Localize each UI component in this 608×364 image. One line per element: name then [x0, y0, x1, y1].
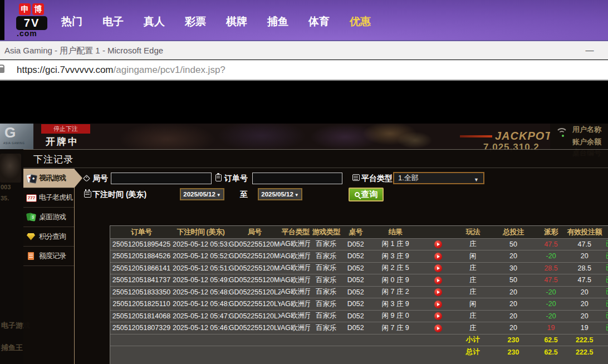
game-cell: 百家乐 [310, 310, 342, 322]
nav-item-live[interactable]: 真人 [144, 14, 165, 29]
platform-cell: AG欧洲厅 [281, 286, 310, 298]
nav-item-hot[interactable]: 热门 [61, 14, 82, 29]
platform-cell: AG欧洲厅 [281, 238, 310, 250]
nav-item-fishing[interactable]: 捕鱼 [267, 14, 288, 29]
game-cell: 百家乐 [310, 298, 342, 311]
status-cell: 已派彩 [602, 262, 608, 274]
tag-icon [83, 175, 90, 182]
subtotal-valid: 222.5 [566, 334, 602, 346]
replay-play-icon[interactable] [434, 288, 442, 296]
replay-play-icon[interactable] [434, 301, 442, 308]
site-logo[interactable]: 申 博 7V .com [16, 3, 55, 37]
sidebar-item-quota-record[interactable]: 额度记录 [23, 247, 74, 266]
sidebar-item-table-games[interactable]: 桌面游戏 [23, 208, 74, 227]
subtotal-label: 小计 [455, 334, 491, 346]
date-to-select[interactable]: 2025/05/12▼ [258, 188, 302, 200]
replay-play-icon[interactable] [434, 277, 442, 284]
valid-cell: 20 [566, 310, 602, 322]
table-no-cell: D052 [342, 274, 369, 287]
url-text[interactable]: https://gci.7vvvvvv.com/agingame/pcv1/in… [17, 65, 225, 76]
payout-cell: 28.5 [536, 262, 566, 274]
round-number-input[interactable] [111, 173, 212, 184]
payout-cell: -20 [536, 286, 566, 298]
col-valid: 有效投注额 [566, 226, 602, 238]
round-cell: GD052255120LW [229, 322, 281, 335]
payout-cell: -20 [536, 310, 566, 322]
result-cell: 闲 9 庄 0 [370, 310, 421, 322]
status-cell: 已派彩 [602, 250, 608, 263]
order-cell: 250512051825110 [110, 298, 173, 311]
table-row: 2505120518251102025-05-12 05:48:05GD0522… [110, 298, 608, 311]
order-cell: 250512051814068 [110, 310, 173, 322]
background-left-strip: 003 35. 电子游戏 捕鱼王 [0, 149, 23, 364]
replay-play-icon[interactable] [434, 240, 442, 248]
table-no-cell: D052 [342, 286, 369, 298]
nav-item-promo[interactable]: 优惠 [350, 14, 371, 29]
result-cell: 闲 2 庄 5 [370, 262, 421, 274]
video-games-icon [26, 174, 36, 183]
jackpot-line-left [460, 135, 492, 137]
nav-item-lottery[interactable]: 彩票 [185, 14, 206, 29]
table-row: 2505120518073292025-05-12 05:46:37GD0522… [110, 322, 608, 335]
result-cell: 闲 3 庄 9 [370, 250, 421, 263]
replay-play-icon[interactable] [434, 312, 442, 320]
replay-play-icon[interactable] [434, 253, 442, 260]
clipboard-icon [215, 174, 222, 181]
sidebar-item-slot-machine[interactable]: 电子老虎机 [23, 188, 74, 208]
modal-sidebar: 视讯游戏 电子老虎机 桌面游戏 积分查询 额度记录 [23, 169, 75, 364]
slot-machine-icon [26, 193, 36, 203]
chevron-down-icon: ▼ [295, 193, 299, 198]
points-query-icon [26, 232, 36, 242]
game-cell: 百家乐 [310, 262, 342, 274]
table-games-icon [26, 213, 36, 222]
background-fragment: 003 [1, 184, 11, 190]
platform-cell: AG欧洲厅 [281, 250, 310, 263]
sidebar-item-points-query[interactable]: 积分查询 [23, 227, 74, 247]
lock-icon[interactable] [0, 67, 4, 73]
replay-cell [421, 250, 455, 263]
round-filter-label: 局号 [92, 174, 108, 184]
game-cell: 百家乐 [310, 322, 342, 335]
status-cell: 已派彩 [602, 238, 608, 250]
replay-cell [421, 286, 455, 298]
nav-item-sports[interactable]: 体育 [308, 14, 330, 29]
platform-type-select[interactable]: 1.全部 ▼ [393, 172, 484, 184]
total-label: 总计 [455, 346, 491, 358]
time-cell: 2025-05-12 05:53:52 [173, 238, 229, 250]
game-cell: 百家乐 [310, 250, 342, 263]
side-cell: 庄 [455, 274, 491, 287]
screen: 申 博 7V .com 热门 电子 真人 彩票 棋牌 捕鱼 体育 优惠 Asia… [0, 0, 608, 364]
replay-cell [421, 310, 455, 322]
nav-item-chess[interactable]: 棋牌 [226, 14, 247, 29]
order-cell: 250512051895425 [110, 238, 173, 250]
date-range-to-label: 至 [240, 190, 248, 200]
col-status: 状态 [602, 226, 608, 238]
valid-cell: 19 [566, 322, 602, 335]
asia-gaming-logo: G ASIA GAMING [0, 124, 33, 149]
result-cell: 闲 1 庄 9 [370, 238, 421, 250]
replay-play-icon[interactable] [434, 324, 442, 332]
platform-filter-label: 平台类型 [361, 174, 393, 184]
valid-cell: 47.5 [566, 238, 602, 250]
date-from-select[interactable]: 2025/05/12▼ [180, 188, 224, 200]
side-cell: 庄 [455, 310, 491, 322]
round-cell: GD052255120LZ [229, 286, 281, 298]
order-filter-label: 订单号 [224, 174, 248, 184]
search-button[interactable]: 查询 [349, 188, 384, 201]
chevron-down-icon: ▼ [474, 175, 479, 185]
background-fragment: 35. [1, 195, 9, 201]
sidebar-item-video-games[interactable]: 视讯游戏 [23, 169, 74, 188]
minimize-button[interactable]: — [582, 42, 597, 58]
replay-play-icon[interactable] [434, 264, 442, 272]
col-payout: 派彩 [536, 226, 566, 238]
total-valid: 222.5 [566, 346, 602, 358]
col-side: 玩法 [455, 226, 491, 238]
platform-cell: AG欧洲厅 [281, 274, 310, 287]
table-no-cell: D052 [342, 250, 369, 263]
nav-item-slots[interactable]: 电子 [102, 14, 124, 29]
order-number-input[interactable] [252, 173, 342, 184]
valid-cell: 20 [566, 286, 602, 298]
platform-cell: AG欧洲厅 [281, 310, 310, 322]
nav-left-edge [0, 0, 4, 40]
table-row: 2505120518954252025-05-12 05:53:52GD0522… [110, 238, 608, 250]
